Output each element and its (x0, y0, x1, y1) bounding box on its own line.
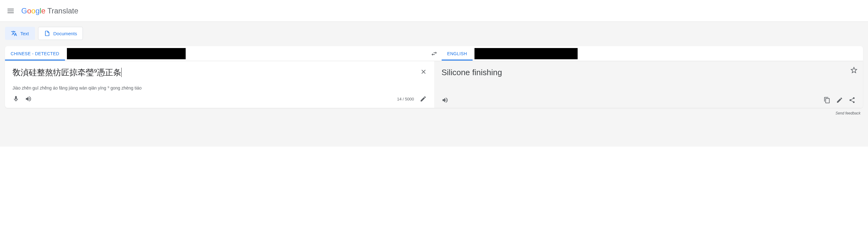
target-lang-side: ENGLISH (442, 46, 863, 61)
source-lang-tab[interactable]: CHINESE - DETECTED (5, 47, 65, 61)
close-icon (420, 68, 427, 75)
source-panel: 敎湞硅整熬牥匠掠牵瑩⁹憑正条 Jiào zhēn guī zhěng áo fā… (5, 61, 434, 108)
main-area: Text Documents CHINESE - DETECTED ENGLIS… (0, 22, 868, 147)
save-translation-button[interactable] (850, 67, 857, 75)
redacted-source-langs (67, 48, 186, 59)
product-name: Translate (47, 6, 78, 15)
char-count: 14 / 5000 (397, 97, 414, 101)
source-toolbar: 14 / 5000 (12, 96, 427, 102)
send-feedback-link[interactable]: Send feedback (5, 108, 863, 115)
target-panel: Silicone finishing (434, 61, 863, 108)
swap-languages-button[interactable] (427, 46, 442, 61)
target-toolbar (442, 97, 856, 104)
source-text-input[interactable]: 敎湞硅整熬牥匠掠牵瑩⁹憑正条 (12, 67, 427, 79)
share-icon[interactable] (848, 97, 856, 104)
menu-icon[interactable] (5, 6, 16, 15)
clear-button[interactable] (418, 67, 429, 77)
star-icon (850, 67, 857, 74)
redacted-target-langs (474, 48, 578, 59)
pencil-icon[interactable] (836, 97, 843, 104)
mic-icon[interactable] (12, 96, 20, 102)
pencil-icon[interactable] (420, 96, 427, 102)
tab-text-label: Text (20, 31, 29, 36)
language-bar: CHINESE - DETECTED ENGLISH (5, 46, 863, 61)
source-text-content: 敎湞硅整熬牥匠掠牵瑩⁹憑正条 (12, 68, 121, 77)
io-row: 敎湞硅整熬牥匠掠牵瑩⁹憑正条 Jiào zhēn guī zhěng áo fā… (5, 61, 863, 108)
source-lang-side: CHINESE - DETECTED (5, 46, 427, 61)
romanization-text: Jiào zhēn guī zhěng áo fāng jiàng wàn qi… (12, 85, 427, 91)
speaker-icon[interactable] (442, 97, 448, 104)
speaker-icon[interactable] (25, 96, 32, 102)
app-logo[interactable]: Google Translate (21, 6, 79, 15)
mode-tabs: Text Documents (5, 27, 863, 40)
tab-documents[interactable]: Documents (38, 27, 83, 40)
target-text-output: Silicone finishing (442, 67, 856, 79)
target-lang-tab[interactable]: ENGLISH (442, 47, 473, 61)
tab-text[interactable]: Text (5, 27, 35, 40)
google-logo: Google (21, 6, 45, 15)
translate-icon (11, 30, 17, 36)
swap-icon (431, 50, 438, 57)
copy-icon[interactable] (824, 97, 831, 104)
document-icon (44, 30, 50, 36)
translate-card: CHINESE - DETECTED ENGLISH 敎湞硅整熬牥匠掠牵瑩⁹憑正… (5, 46, 863, 108)
tab-documents-label: Documents (54, 31, 77, 36)
app-header: Google Translate (0, 0, 868, 22)
